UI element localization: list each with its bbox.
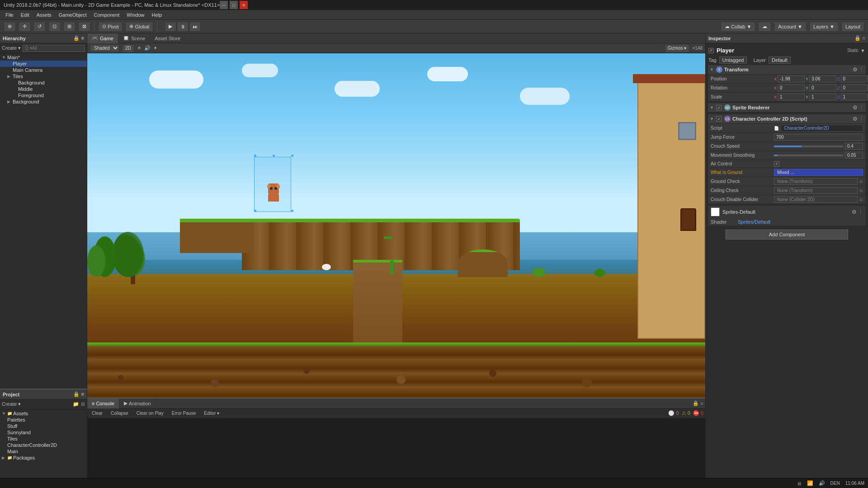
- tab-animation[interactable]: ▶ Animation: [119, 399, 156, 408]
- object-name[interactable]: Player: [717, 47, 845, 54]
- menu-assets[interactable]: Assets: [33, 11, 55, 19]
- fx-icon[interactable]: ✦: [153, 45, 157, 51]
- ground-check-ref[interactable]: None (Transform): [774, 178, 858, 185]
- gizmos-button[interactable]: Gizmos ▾: [665, 44, 690, 52]
- transform-header[interactable]: ▼ T Transform ⚙ ⋮: [708, 65, 866, 75]
- project-create-btn[interactable]: Create ▾: [2, 401, 21, 407]
- menu-edit[interactable]: Edit: [17, 11, 33, 19]
- add-component-button[interactable]: Add Component: [726, 230, 848, 239]
- scene-view[interactable]: [87, 53, 705, 398]
- project-item-assets[interactable]: ▼ 📁 Assets: [0, 410, 87, 417]
- scale-z-input[interactable]: [841, 94, 868, 100]
- light-icon[interactable]: ☀: [137, 45, 142, 51]
- pick-icon[interactable]: ⊙: [859, 197, 863, 202]
- play-button[interactable]: ▶: [165, 22, 176, 32]
- overflow-icon[interactable]: ⋮: [859, 66, 864, 73]
- editor-button[interactable]: Editor ▾: [201, 410, 222, 416]
- menu-file[interactable]: File: [2, 11, 17, 19]
- maximize-button[interactable]: □: [230, 1, 238, 9]
- movement-smoothing-slider[interactable]: [774, 155, 843, 156]
- pause-button[interactable]: ⏸: [177, 22, 189, 32]
- error-pause-button[interactable]: Error Pause: [169, 410, 198, 416]
- hierarchy-item-player[interactable]: Player: [0, 61, 87, 67]
- tool-hand[interactable]: ⊕: [4, 22, 16, 32]
- scale-y-input[interactable]: [809, 94, 836, 100]
- step-button[interactable]: ⏭: [189, 22, 201, 32]
- tab-console[interactable]: ≡ Console: [87, 399, 119, 408]
- hierarchy-item-background2[interactable]: ▶ Background: [0, 99, 87, 105]
- menu-window[interactable]: Window: [123, 11, 148, 19]
- audio-icon[interactable]: 🔊: [144, 45, 151, 51]
- project-lock-icon[interactable]: 🔒: [73, 391, 80, 397]
- project-item-tiles[interactable]: Tiles: [0, 436, 87, 442]
- object-enabled-checkbox[interactable]: ✓: [708, 48, 714, 53]
- jump-force-input[interactable]: [774, 134, 863, 141]
- layout-button[interactable]: Layout: [841, 22, 864, 32]
- hierarchy-item-bg1[interactable]: Background: [0, 80, 87, 86]
- overflow-icon[interactable]: ⋮: [859, 104, 864, 111]
- hierarchy-item-foreground[interactable]: Foreground: [0, 92, 87, 99]
- scale-x-input[interactable]: [778, 94, 805, 100]
- hierarchy-item-main[interactable]: ▼ Main*: [0, 54, 87, 61]
- menu-help[interactable]: Help: [148, 11, 165, 19]
- what-is-ground-dropdown[interactable]: Mixed ...: [774, 169, 863, 176]
- material-overflow-icon[interactable]: ⋮: [858, 209, 863, 215]
- tab-asset-store[interactable]: Asset Store: [150, 33, 185, 43]
- hierarchy-item-middle[interactable]: Middle: [0, 86, 87, 92]
- minimize-button[interactable]: ─: [220, 1, 228, 9]
- character-controller-header[interactable]: ▼ ✓ CS Character Controller 2D (Script) …: [708, 114, 866, 124]
- settings-icon[interactable]: ⚙: [853, 104, 858, 111]
- rotation-y-input[interactable]: [809, 84, 836, 91]
- crouch-speed-slider[interactable]: [774, 145, 843, 147]
- hierarchy-item-tiles[interactable]: ▶ Tiles: [0, 73, 87, 80]
- hierarchy-item-main-camera[interactable]: Main Camera: [0, 67, 87, 73]
- layer-value[interactable]: Default: [769, 56, 791, 64]
- project-menu-icon[interactable]: ≡: [81, 391, 84, 397]
- clear-button[interactable]: Clear: [89, 410, 105, 416]
- clear-on-play-button[interactable]: Clear on Play: [134, 410, 166, 416]
- layers-button[interactable]: Layers ▼: [809, 22, 839, 32]
- pick-icon[interactable]: ⊙: [859, 179, 863, 184]
- menu-icon[interactable]: ≡: [701, 401, 703, 406]
- collab-button[interactable]: ☁ Collab ▼: [721, 22, 755, 32]
- crouch-speed-input[interactable]: [845, 143, 863, 150]
- project-item-palettes[interactable]: Palettes: [0, 417, 87, 423]
- cloud-button[interactable]: ☁: [758, 22, 771, 32]
- project-item-stuff[interactable]: Stuff: [0, 423, 87, 429]
- tab-scene[interactable]: 🔲 Scene: [118, 33, 150, 43]
- tool-move[interactable]: ✛: [19, 22, 31, 32]
- account-button[interactable]: Account ▼: [774, 22, 807, 32]
- view-mode-select[interactable]: Shaded: [90, 44, 119, 52]
- tool-transform[interactable]: ⊠: [78, 22, 90, 32]
- settings-icon[interactable]: ⚙: [853, 116, 858, 122]
- tool-rotate[interactable]: ↺: [33, 22, 46, 32]
- menu-icon[interactable]: ≡: [863, 35, 865, 41]
- tool-rect[interactable]: ⊞: [63, 22, 75, 32]
- pivot-button[interactable]: ⊙ Pivot: [98, 22, 123, 32]
- project-item-packages[interactable]: ▶ 📁 Packages: [0, 455, 87, 461]
- filter-icon[interactable]: ⊞: [81, 401, 85, 407]
- lock-icon[interactable]: 🔒: [854, 35, 861, 41]
- crouch-disable-collider-ref[interactable]: None (Collider 2D): [774, 196, 858, 203]
- movement-smoothing-input[interactable]: [845, 152, 863, 159]
- menu-component[interactable]: Component: [90, 11, 123, 19]
- tag-value[interactable]: Untagged: [719, 56, 747, 64]
- script-reference[interactable]: CharacterController2D: [781, 125, 863, 131]
- project-item-charcontroller[interactable]: CharacterController2D: [0, 442, 87, 448]
- hierarchy-lock-icon[interactable]: 🔒: [73, 35, 80, 41]
- rotation-z-input[interactable]: [841, 84, 868, 91]
- hierarchy-search[interactable]: [23, 45, 85, 52]
- air-control-checkbox[interactable]: ✓: [774, 161, 779, 167]
- shader-value[interactable]: Sprites/Default: [738, 219, 770, 225]
- sprite-renderer-header[interactable]: ▼ ✓ SR Sprite Renderer ⚙ ⋮: [708, 103, 866, 113]
- pick-icon[interactable]: ⊙: [859, 188, 863, 193]
- folder-icon[interactable]: 📁: [73, 401, 79, 407]
- menu-gameobject[interactable]: GameObject: [55, 11, 90, 19]
- tool-scale[interactable]: ⊡: [48, 22, 61, 32]
- collapse-button[interactable]: Collapse: [108, 410, 131, 416]
- lock-icon[interactable]: 🔒: [693, 400, 699, 406]
- overflow-icon[interactable]: ⋮: [859, 116, 864, 122]
- position-y-input[interactable]: [809, 75, 836, 82]
- sprite-renderer-enabled[interactable]: ✓: [716, 105, 722, 110]
- project-item-main[interactable]: Main: [0, 448, 87, 455]
